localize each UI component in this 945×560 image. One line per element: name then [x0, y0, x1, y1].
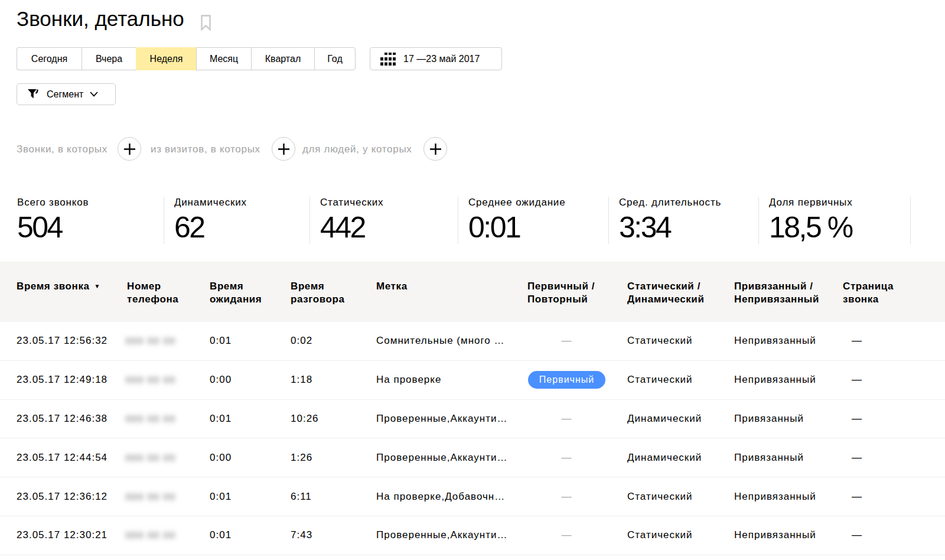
call-page-cell: —	[852, 374, 862, 386]
chevron-down-icon	[90, 92, 98, 97]
metric-label: Всего звонков	[17, 197, 164, 209]
binding-cell: Привязанный	[734, 452, 804, 464]
period-tab-4[interactable]: Месяц	[196, 47, 251, 70]
static-dynamic-cell: Статический	[627, 374, 692, 386]
add-people-filter-button[interactable]	[423, 137, 447, 161]
date-range-label: 17 —23 май 2017	[403, 54, 480, 64]
metric-label: Динамических	[174, 197, 309, 209]
wait-time-cell: 0:01	[210, 335, 232, 347]
table-row[interactable]: 23.05.17 12:30:21000 00 000:017:43Провер…	[0, 516, 945, 555]
phone-number-cell-redacted: 000 00 00	[126, 529, 176, 541]
binding-cell: Непривязанный	[734, 374, 816, 386]
primary-repeat-cell: —	[527, 413, 606, 425]
call-page-cell: —	[852, 452, 862, 464]
period-tab-6[interactable]: Год	[314, 47, 356, 70]
period-tab-3[interactable]: Неделя	[136, 47, 196, 70]
period-tab-5[interactable]: Квартал	[251, 47, 314, 70]
column-header-4[interactable]: Времяразговора	[291, 280, 345, 306]
date-range-button[interactable]: 17 —23 май 2017	[370, 47, 502, 70]
metric-value: 18,5 %	[769, 211, 910, 243]
call-time-cell: 23.05.17 12:56:32	[17, 335, 107, 347]
table-row[interactable]: 23.05.17 12:49:18000 00 000:001:18На про…	[0, 361, 945, 400]
table-body: 23.05.17 12:56:32000 00 000:010:02Сомнит…	[0, 322, 945, 555]
label-cell: Сомнительные (много …	[376, 335, 505, 347]
binding-cell: Непривязанный	[734, 491, 816, 503]
period-tab-1[interactable]: Сегодня	[17, 47, 82, 70]
column-header-5[interactable]: Метка	[376, 280, 408, 293]
metric-label: Доля первичных	[769, 197, 910, 209]
column-header-2[interactable]: Номертелефона	[127, 280, 178, 306]
column-header-7[interactable]: Статический /Динамический	[627, 280, 704, 306]
metric-block-5: Сред. длительность3:34	[608, 197, 758, 244]
column-header-6[interactable]: Первичный /Повторный	[527, 280, 595, 306]
metric-block-4: Среднее ожидание0:01	[458, 197, 608, 244]
column-header-8[interactable]: Привязанный /Непривязанный	[734, 280, 819, 306]
metric-label: Статических	[320, 197, 458, 209]
sort-desc-icon: ▼	[94, 283, 101, 289]
talk-time-cell: 1:18	[291, 374, 312, 386]
column-header-9[interactable]: Страницазвонка	[843, 280, 894, 306]
wait-time-cell: 0:00	[210, 452, 232, 464]
static-dynamic-cell: Статический	[627, 335, 692, 347]
column-header-1[interactable]: Время звонка▼	[17, 280, 100, 294]
call-time-cell: 23.05.17 12:49:18	[17, 374, 107, 386]
primary-repeat-cell: —	[527, 491, 606, 503]
label-cell: На проверке,Добавочн…	[376, 491, 505, 503]
call-page-cell: —	[852, 491, 862, 503]
metric-block-3: Статических442	[309, 197, 458, 244]
add-call-filter-button[interactable]	[118, 137, 141, 161]
talk-time-cell: 10:26	[291, 413, 319, 425]
primary-repeat-cell: —	[527, 452, 606, 464]
period-tabs: СегодняВчераНеделяМесяцКварталГод	[17, 47, 356, 70]
primary-repeat-cell: —	[527, 529, 606, 541]
filter-label-people: для людей, у которых	[302, 144, 412, 155]
binding-cell: Непривязанный	[734, 529, 816, 541]
call-time-cell: 23.05.17 12:30:21	[17, 529, 107, 541]
calendar-grid-icon	[380, 52, 396, 66]
metric-value: 442	[320, 211, 458, 243]
wait-time-cell: 0:01	[210, 529, 232, 541]
binding-cell: Непривязанный	[734, 335, 816, 347]
table-row[interactable]: 23.05.17 12:56:32000 00 000:010:02Сомнит…	[0, 322, 945, 361]
metric-block-6: Доля первичных18,5 %	[758, 197, 911, 244]
metric-label: Сред. длительность	[619, 197, 758, 209]
filter-label-visits: из визитов, в которых	[151, 144, 260, 155]
talk-time-cell: 7:43	[291, 529, 312, 541]
table-row[interactable]: 23.05.17 12:46:38000 00 000:0110:26Прове…	[0, 400, 945, 439]
primary-repeat-cell: —	[527, 335, 606, 347]
call-page-cell: —	[852, 335, 862, 347]
static-dynamic-cell: Динамический	[627, 413, 702, 425]
phone-number-cell-redacted: 000 00 00	[126, 491, 176, 503]
filter-label-calls: Звонки, в которых	[17, 144, 107, 155]
column-header-3[interactable]: Времяожидания	[210, 280, 262, 306]
call-time-cell: 23.05.17 12:44:54	[17, 452, 107, 464]
binding-cell: Привязанный	[734, 413, 804, 425]
table-header: Время звонка▼НомертелефонаВремяожиданияВ…	[0, 262, 945, 322]
add-visit-filter-button[interactable]	[272, 137, 295, 161]
wait-time-cell: 0:01	[210, 413, 232, 425]
segment-label: Сегмент	[47, 89, 83, 100]
phone-number-cell-redacted: 000 00 00	[126, 374, 176, 386]
metric-block-2: Динамических62	[164, 197, 309, 244]
talk-time-cell: 1:26	[291, 452, 312, 464]
wait-time-cell: 0:01	[210, 491, 232, 503]
table-row[interactable]: 23.05.17 12:44:54000 00 000:001:26Провер…	[0, 438, 945, 477]
period-tab-2[interactable]: Вчера	[82, 47, 136, 70]
calls-detail-page: Звонки, детально СегодняВчераНеделяМесяц…	[0, 0, 945, 560]
primary-repeat-cell: Первичный	[527, 371, 606, 389]
table-row[interactable]: 23.05.17 12:36:12000 00 000:016:11На про…	[0, 477, 945, 516]
talk-time-cell: 6:11	[291, 491, 312, 503]
phone-number-cell-redacted: 000 00 00	[126, 335, 176, 347]
label-cell: Проверенные,Аккаунти…	[376, 452, 508, 464]
wait-time-cell: 0:00	[210, 374, 232, 386]
metric-block-1: Всего звонков504	[17, 197, 164, 244]
bookmark-icon[interactable]	[201, 15, 211, 33]
static-dynamic-cell: Динамический	[627, 452, 702, 464]
segment-button[interactable]: Сегмент	[17, 83, 116, 105]
summary-metrics: Всего звонков504Динамических62Статически…	[17, 197, 911, 244]
phone-number-cell-redacted: 000 00 00	[126, 413, 176, 425]
label-cell: Проверенные,Аккаунти…	[376, 413, 508, 425]
label-cell: Проверенные,Аккаунти…	[376, 529, 508, 541]
metric-value: 62	[174, 211, 309, 243]
label-cell: На проверке	[376, 374, 441, 386]
